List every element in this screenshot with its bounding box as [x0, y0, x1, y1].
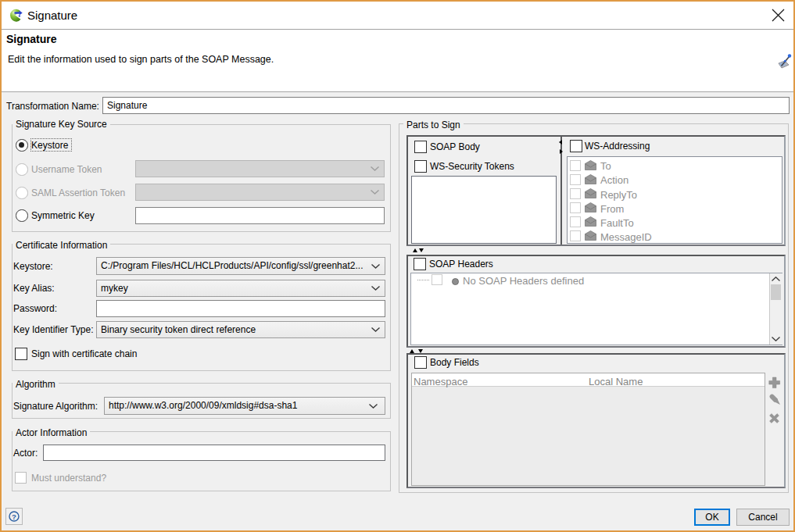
- svg-text:?: ?: [12, 512, 16, 521]
